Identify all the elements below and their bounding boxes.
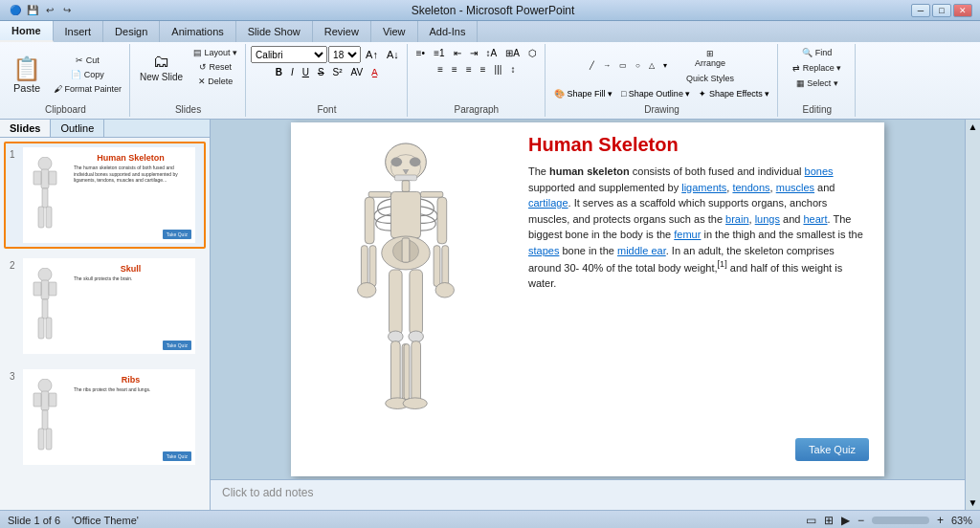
slides-panel-tabs: Slides Outline bbox=[0, 120, 210, 138]
align-left[interactable]: ≡ bbox=[434, 62, 447, 77]
more-shapes[interactable]: ▾ bbox=[659, 59, 671, 72]
new-slide-button[interactable]: 🗂 New Slide bbox=[135, 46, 188, 88]
numbering-button[interactable]: ≡1 bbox=[430, 46, 448, 60]
increase-indent[interactable]: ⇥ bbox=[466, 46, 481, 60]
save-button[interactable]: 💾 bbox=[25, 3, 40, 18]
slide-preview-2: Skull The skull protects the brain. Take… bbox=[23, 258, 195, 354]
svg-rect-28 bbox=[368, 191, 390, 197]
scroll-down-arrow[interactable]: ▼ bbox=[969, 497, 978, 508]
paste-button[interactable]: 📋 Paste bbox=[6, 51, 48, 99]
maximize-button[interactable]: □ bbox=[932, 4, 951, 17]
zoom-slider[interactable] bbox=[872, 517, 929, 524]
minimize-button[interactable]: ─ bbox=[911, 4, 930, 17]
view-slideshow-btn[interactable]: ▶ bbox=[841, 514, 850, 527]
slide-thumb-1[interactable]: 1 bbox=[4, 142, 206, 249]
stapes-link[interactable]: stapes bbox=[528, 245, 559, 256]
find-button[interactable]: 🔍 Find bbox=[798, 46, 835, 59]
text-direction[interactable]: ↕A bbox=[482, 46, 501, 60]
shape-outline[interactable]: □ Shape Outline ▾ bbox=[617, 87, 694, 100]
brain-link[interactable]: brain bbox=[725, 213, 748, 225]
delete-button[interactable]: ✕ Delete bbox=[189, 75, 241, 88]
office-button[interactable]: 🔵 bbox=[8, 3, 23, 18]
tendons-link[interactable]: tendons bbox=[732, 182, 769, 193]
underline-button[interactable]: U bbox=[299, 65, 313, 79]
tab-insert[interactable]: Insert bbox=[54, 21, 104, 42]
align-center[interactable]: ≡ bbox=[448, 62, 461, 77]
triangle-tool[interactable]: △ bbox=[645, 59, 658, 72]
bold-button[interactable]: B bbox=[272, 65, 286, 79]
zoom-in-btn[interactable]: + bbox=[937, 514, 944, 527]
femur-link[interactable]: femur bbox=[674, 229, 701, 240]
tab-home[interactable]: Home bbox=[0, 21, 54, 42]
rect-tool[interactable]: ▭ bbox=[615, 59, 631, 72]
tab-addins[interactable]: Add-Ins bbox=[418, 21, 479, 42]
slides-tab[interactable]: Slides bbox=[0, 120, 51, 137]
svg-point-7 bbox=[38, 268, 52, 281]
take-quiz-button[interactable]: Take Quiz bbox=[795, 438, 869, 461]
select-button[interactable]: ▦ Select ▾ bbox=[792, 77, 842, 90]
smartart-convert[interactable]: ⬡ bbox=[524, 46, 541, 60]
ligaments-link[interactable]: ligaments bbox=[681, 182, 726, 193]
arrow-tool[interactable]: → bbox=[599, 59, 614, 72]
layout-button[interactable]: ▤ Layout ▾ bbox=[189, 46, 241, 59]
tab-view[interactable]: View bbox=[371, 21, 418, 42]
shape-effects[interactable]: ✦ Shape Effects ▾ bbox=[695, 87, 773, 100]
align-text[interactable]: ⊞A bbox=[501, 46, 523, 60]
cut-button[interactable]: ✂ Cut bbox=[50, 54, 125, 67]
tab-design[interactable]: Design bbox=[103, 21, 160, 42]
view-slide-sorter-btn[interactable]: ⊞ bbox=[824, 514, 834, 527]
cartilage-link[interactable]: cartilage bbox=[528, 197, 568, 209]
middle-ear-link[interactable]: middle ear bbox=[617, 245, 666, 256]
arrange-group: ⊞Arrange Quick Styles bbox=[682, 46, 738, 85]
char-spacing-button[interactable]: AV bbox=[347, 65, 368, 79]
outline-tab[interactable]: Outline bbox=[51, 120, 104, 137]
line-tool[interactable]: ╱ bbox=[586, 59, 598, 72]
slide-canvas-container[interactable]: Human Skeleton The human skeleton consis… bbox=[211, 120, 965, 479]
heart-link[interactable]: heart bbox=[803, 213, 827, 225]
svg-point-24 bbox=[410, 158, 421, 167]
font-size-increase[interactable]: A↑ bbox=[362, 47, 382, 62]
reset-button[interactable]: ↺ Reset bbox=[189, 60, 241, 74]
decrease-indent[interactable]: ⇤ bbox=[450, 46, 465, 60]
slides-label: Slides bbox=[175, 102, 201, 115]
strikethrough-button[interactable]: S bbox=[314, 65, 328, 79]
line-spacing[interactable]: ↕ bbox=[506, 62, 519, 77]
cols-button[interactable]: ||| bbox=[491, 62, 506, 77]
close-button[interactable]: ✕ bbox=[953, 4, 972, 17]
replace-button[interactable]: ⇄ Replace ▾ bbox=[789, 61, 845, 75]
slide2-img bbox=[23, 258, 66, 354]
format-painter-button[interactable]: 🖌 Format Painter bbox=[50, 82, 125, 96]
notes-area[interactable]: Click to add notes bbox=[211, 479, 965, 510]
italic-button[interactable]: I bbox=[287, 65, 298, 79]
slide2-text: Skull The skull protects the brain. bbox=[66, 258, 195, 354]
shape-fill[interactable]: 🎨 Shape Fill ▾ bbox=[550, 87, 616, 100]
slide-thumb-3[interactable]: 3 bbox=[4, 363, 206, 471]
undo-button[interactable]: ↩ bbox=[42, 3, 57, 18]
editing-label: Editing bbox=[802, 102, 832, 115]
font-color-button[interactable]: A̲ bbox=[368, 65, 382, 79]
scroll-up-arrow[interactable]: ▲ bbox=[969, 121, 978, 132]
shadow-button[interactable]: S² bbox=[329, 65, 346, 79]
tab-slideshow[interactable]: Slide Show bbox=[236, 21, 313, 42]
tab-animations[interactable]: Animations bbox=[160, 21, 235, 42]
bullets-button[interactable]: ≡• bbox=[412, 46, 429, 60]
justify[interactable]: ≡ bbox=[477, 62, 490, 77]
zoom-out-btn[interactable]: − bbox=[858, 514, 864, 527]
align-right[interactable]: ≡ bbox=[462, 62, 476, 77]
bones-link[interactable]: bones bbox=[805, 165, 834, 177]
font-size-decrease[interactable]: A↓ bbox=[383, 47, 403, 62]
right-scrollbar[interactable]: ▲ ▼ bbox=[965, 120, 980, 510]
view-normal-btn[interactable]: ▭ bbox=[806, 514, 816, 527]
lungs-link[interactable]: lungs bbox=[755, 213, 780, 225]
arrange-button[interactable]: ⊞Arrange bbox=[682, 46, 738, 71]
slide-thumb-2[interactable]: 2 bbox=[4, 253, 206, 360]
font-size-select[interactable]: 18 bbox=[328, 46, 361, 63]
quick-styles-button[interactable]: Quick Styles bbox=[682, 72, 738, 85]
muscles-link[interactable]: muscles bbox=[776, 182, 814, 193]
oval-tool[interactable]: ○ bbox=[632, 59, 644, 72]
font-family-select[interactable]: Calibri bbox=[251, 46, 327, 63]
redo-button[interactable]: ↪ bbox=[59, 3, 75, 18]
tab-review[interactable]: Review bbox=[313, 21, 371, 42]
svg-rect-34 bbox=[437, 197, 447, 244]
copy-button[interactable]: 📄 Copy bbox=[50, 68, 125, 81]
